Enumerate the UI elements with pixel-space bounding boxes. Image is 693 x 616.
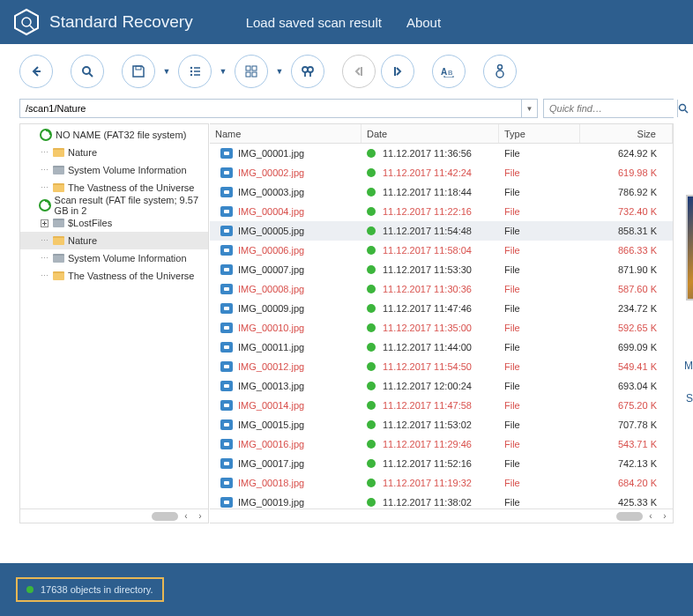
file-row[interactable]: IMG_00008.jpg11.12.2017 11:30:36File587.… <box>210 279 673 299</box>
list-hscroll[interactable]: ‹ › <box>210 508 673 523</box>
logo-icon <box>12 8 41 36</box>
info-button[interactable] <box>483 55 517 88</box>
tree-item[interactable]: ⋯The Vastness of the Universe <box>20 179 208 197</box>
list-options-dropdown[interactable]: ▼ <box>217 55 229 88</box>
svg-point-26 <box>496 71 503 78</box>
nav: Load saved scan result About <box>246 15 441 30</box>
save-button[interactable] <box>122 55 155 88</box>
next-button[interactable] <box>381 55 414 88</box>
status-good-icon <box>367 188 376 197</box>
file-row[interactable]: IMG_00009.jpg11.12.2017 11:47:46File234.… <box>210 299 673 318</box>
file-name: IMG_00014.jpg <box>238 400 304 411</box>
expander-icon[interactable]: ⋯ <box>40 148 48 157</box>
tree-hscroll[interactable]: ‹ › <box>20 508 208 523</box>
status-good-icon <box>367 362 376 371</box>
scroll-left-icon[interactable]: ‹ <box>180 511 192 522</box>
tree-item[interactable]: ⋯Nature <box>20 144 208 161</box>
file-row[interactable]: IMG_00015.jpg11.12.2017 11:53:02File707.… <box>210 415 673 434</box>
file-row[interactable]: IMG_00011.jpg11.12.2017 11:44:00File699.… <box>210 338 673 357</box>
view-grid-button[interactable] <box>235 55 268 88</box>
path-input-wrapper: ▼ <box>19 99 538 118</box>
tree-item[interactable]: ⋯The Vastness of the Universe <box>20 267 208 285</box>
file-size: 619.98 K <box>580 167 673 178</box>
status-good-icon <box>367 479 376 487</box>
tree-item[interactable]: $LostFiles <box>20 214 208 232</box>
list-options-button[interactable] <box>178 55 212 88</box>
view-dropdown[interactable]: ▼ <box>273 55 286 88</box>
file-name: IMG_00008.jpg <box>238 284 304 294</box>
tree-item[interactable]: ⋯System Volume Information <box>20 249 208 267</box>
col-header-date[interactable]: Date <box>361 124 499 143</box>
file-row[interactable]: IMG_00017.jpg11.12.2017 11:52:16File742.… <box>210 454 673 473</box>
file-row[interactable]: IMG_00014.jpg11.12.2017 11:47:58File675.… <box>210 396 673 415</box>
file-row[interactable]: IMG_00018.jpg11.12.2017 11:19:32File684.… <box>210 473 673 493</box>
tree-item[interactable]: NO NAME (FAT32 file system) <box>20 126 208 144</box>
file-row[interactable]: IMG_00002.jpg11.12.2017 11:42:24File619.… <box>210 163 673 182</box>
file-name: IMG_00018.jpg <box>238 478 304 488</box>
file-type: File <box>499 245 580 256</box>
svg-line-28 <box>685 110 688 113</box>
image-file-icon <box>220 400 233 411</box>
search-button[interactable] <box>71 55 104 88</box>
expander-icon[interactable]: ⋯ <box>40 166 48 174</box>
file-size: 693.04 K <box>580 381 673 391</box>
file-row[interactable]: IMG_00016.jpg11.12.2017 11:29:46File543.… <box>210 434 673 454</box>
svg-point-4 <box>83 67 90 74</box>
folder-tree: NO NAME (FAT32 file system)⋯Nature⋯Syste… <box>19 123 209 523</box>
file-row[interactable]: IMG_00007.jpg11.12.2017 11:53:30File871.… <box>210 260 673 279</box>
status-good-icon <box>367 401 376 410</box>
path-dropdown[interactable]: ▼ <box>521 100 537 117</box>
col-header-size[interactable]: Size <box>580 124 673 143</box>
file-date: 11.12.2017 11:53:02 <box>383 419 472 430</box>
nav-load-result[interactable]: Load saved scan result <box>246 15 382 30</box>
expander-icon[interactable]: ⋯ <box>40 254 48 263</box>
quick-find-input[interactable] <box>544 100 677 117</box>
back-button[interactable] <box>19 55 53 88</box>
tree-item[interactable]: ⋯Nature <box>20 232 208 249</box>
scrollbar-thumb[interactable] <box>616 512 643 521</box>
scroll-left-icon[interactable]: ‹ <box>645 511 657 522</box>
col-header-type[interactable]: Type <box>499 124 580 143</box>
scroll-right-icon[interactable]: › <box>194 511 206 522</box>
file-size: 699.09 K <box>580 342 673 353</box>
file-row[interactable]: IMG_00004.jpg11.12.2017 11:22:16File732.… <box>210 202 673 221</box>
expander-icon[interactable]: ⋯ <box>40 236 48 245</box>
tree-item[interactable]: ⋯System Volume Information <box>20 161 208 179</box>
file-size: 732.40 K <box>580 206 673 217</box>
scrollbar-thumb[interactable] <box>152 512 178 521</box>
file-row[interactable]: IMG_00010.jpg11.12.2017 11:35:00File592.… <box>210 318 673 338</box>
file-type: File <box>499 226 580 236</box>
find-button[interactable] <box>291 55 324 88</box>
image-file-icon <box>220 284 233 294</box>
file-row[interactable]: IMG_00012.jpg11.12.2017 11:54:50File549.… <box>210 357 673 376</box>
file-date: 11.12.2017 11:42:24 <box>383 167 472 178</box>
image-file-icon <box>220 342 233 353</box>
file-row[interactable]: IMG_00003.jpg11.12.2017 11:18:44File786.… <box>210 182 673 202</box>
file-name: IMG_00007.jpg <box>238 264 304 275</box>
nav-about[interactable]: About <box>406 15 441 30</box>
expander-icon[interactable]: ⋯ <box>40 271 48 280</box>
sort-text-button[interactable]: AB <box>432 55 466 88</box>
file-list-header: Name Date Type Size <box>210 124 673 144</box>
quick-find-button[interactable] <box>677 100 689 117</box>
image-file-icon <box>220 497 233 508</box>
col-header-name[interactable]: Name <box>210 124 361 143</box>
status-good-icon <box>367 343 376 352</box>
scroll-right-icon[interactable]: › <box>659 511 671 522</box>
path-input[interactable] <box>20 100 521 117</box>
status-text: 17638 objects in directory. <box>41 584 153 595</box>
folder-icon <box>52 270 64 282</box>
file-row[interactable]: IMG_00001.jpg11.12.2017 11:36:56File624.… <box>210 144 673 163</box>
file-name: IMG_00002.jpg <box>238 167 304 178</box>
status-good-icon <box>367 304 376 313</box>
file-row[interactable]: IMG_00013.jpg11.12.2017 12:00:24File693.… <box>210 376 673 396</box>
expander-icon[interactable] <box>40 219 48 227</box>
app-logo: Standard Recovery <box>12 8 193 36</box>
file-row[interactable]: IMG_00019.jpg11.12.2017 11:38:02File425.… <box>210 493 673 508</box>
file-row[interactable]: IMG_00005.jpg11.12.2017 11:54:48File858.… <box>210 221 673 241</box>
expander-icon[interactable]: ⋯ <box>40 183 48 192</box>
disk-icon <box>40 129 52 141</box>
tree-item[interactable]: Scan result (FAT file system; 9.57 GB in… <box>20 197 208 214</box>
file-row[interactable]: IMG_00006.jpg11.12.2017 11:58:04File866.… <box>210 241 673 260</box>
save-dropdown[interactable]: ▼ <box>160 55 173 88</box>
